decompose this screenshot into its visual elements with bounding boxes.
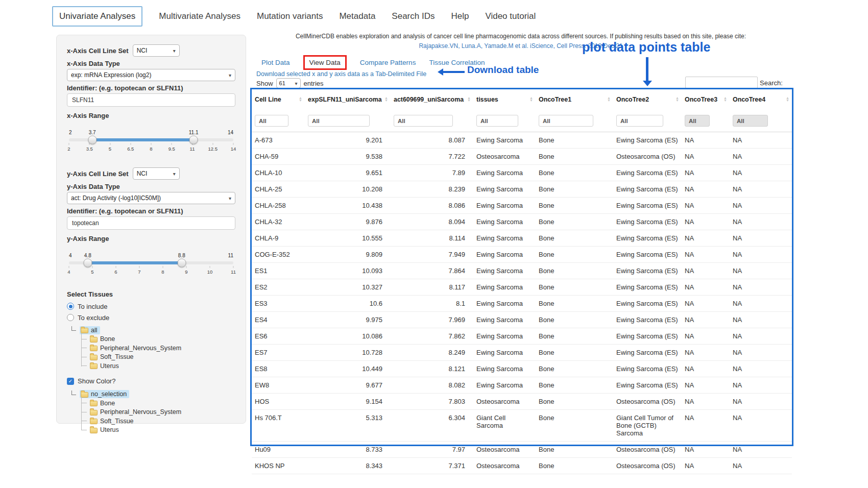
table-cell: Ewing Sarcoma (473, 165, 536, 181)
nav-tab-univariate-analyses[interactable]: Univariate Analyses (52, 6, 142, 27)
nav-tab-metadata[interactable]: Metadata (339, 7, 375, 26)
table-row[interactable]: HOS9.1547.803OsteosarcomaBoneOsteosarcom… (252, 394, 792, 410)
tree-item-soft-tissue[interactable]: Soft_Tissue (88, 353, 235, 362)
table-row[interactable]: ES610.0867.862Ewing SarcomaBoneEwing Sar… (252, 328, 792, 345)
column-header-oncotree4[interactable]: OncoTree4▲▼ (730, 89, 792, 108)
nav-tab-search-ids[interactable]: Search IDs (392, 7, 435, 26)
column-filter-act609699-unisarcoma[interactable]: All (394, 115, 453, 127)
table-cell: 6.304 (391, 410, 473, 442)
sort-icon[interactable]: ▲▼ (299, 96, 302, 102)
tree-item-uterus[interactable]: Uterus (88, 361, 235, 371)
sort-icon[interactable]: ▲▼ (467, 96, 471, 102)
x-cell-line-set-select[interactable]: NCI ▾ (133, 44, 180, 57)
sort-icon[interactable]: ▲▼ (384, 96, 388, 102)
column-header-oncotree1[interactable]: OncoTree1▲▼ (536, 89, 613, 108)
table-cell: Ewing Sarcoma (473, 198, 536, 214)
tab-compare-patterns[interactable]: Compare Patterns (360, 59, 416, 66)
table-row[interactable]: ES210.3278.117Ewing SarcomaBoneEwing Sar… (252, 279, 792, 296)
slider-track[interactable] (69, 261, 233, 264)
table-cell: Bone (536, 345, 613, 361)
sort-icon[interactable]: ▲▼ (607, 96, 611, 102)
slider-handle-low[interactable] (83, 259, 92, 267)
tree-item-label: Bone (100, 400, 115, 407)
tree-root-row[interactable]: all (71, 326, 235, 335)
table-row[interactable]: EW89.6778.082Ewing SarcomaBoneEwing Sarc… (252, 377, 792, 394)
table-cell: Bone (536, 279, 613, 296)
slider-handle-low[interactable] (88, 136, 97, 144)
sort-icon[interactable]: ▲▼ (676, 96, 679, 102)
tissue-exclude-radio[interactable]: To exclude (67, 312, 235, 323)
table-row[interactable]: ES710.7288.249Ewing SarcomaBoneEwing Sar… (252, 345, 792, 361)
slider-fill (88, 261, 182, 264)
table-row[interactable]: CHLA-2510.2088.239Ewing SarcomaBoneEwing… (252, 181, 792, 198)
sort-icon[interactable]: ▲▼ (786, 96, 789, 102)
show-color-checkbox[interactable]: ✓ Show Color? (67, 376, 235, 387)
table-row[interactable]: ES310.68.1Ewing SarcomaBoneEwing Sarcoma… (252, 296, 792, 312)
y-identifier-input[interactable]: topotecan (67, 216, 235, 230)
nav-tab-help[interactable]: Help (451, 7, 469, 26)
table-row[interactable]: Hs 706.T5.3136.304Giant Cell SarcomaBone… (252, 410, 792, 442)
y-data-type-select[interactable]: act: Drug Activity (-log10[IC50M]) ▾ (67, 192, 235, 204)
tissue-include-radio[interactable]: To include (67, 301, 235, 311)
column-filter-expslfn11-unisarcoma[interactable]: All (308, 115, 370, 127)
chevron-down-icon: ▾ (229, 196, 231, 201)
table-row[interactable]: ES110.0937.864Ewing SarcomaBoneEwing Sar… (252, 263, 792, 279)
tab-view-data[interactable]: View Data (309, 59, 341, 66)
table-cell: 10.555 (305, 230, 391, 247)
column-filter-tissues[interactable]: All (476, 115, 518, 127)
sort-icon[interactable]: ▲▼ (724, 96, 727, 102)
x-identifier-input[interactable]: SLFN11 (67, 93, 235, 107)
table-row[interactable]: CHLA-109.6517.89Ewing SarcomaBoneEwing S… (252, 165, 792, 181)
tree-branch-icon (71, 391, 76, 395)
column-filter-oncotree2[interactable]: All (616, 115, 663, 127)
entries-select[interactable]: 61 ▾ (276, 78, 301, 88)
column-header-cell-line[interactable]: Cell Line▲▼ (252, 89, 305, 108)
table-row[interactable]: KHOS NP8.3437.371OsteosarcomaBoneOsteosa… (252, 458, 792, 474)
table-row[interactable]: CHA-599.5387.722OsteosarcomaBoneOsteosar… (252, 149, 792, 165)
tree-item-uterus[interactable]: Uterus (88, 426, 235, 435)
tab-plot-data[interactable]: Plot Data (261, 59, 290, 66)
slider-tick-label: 11 (231, 269, 236, 275)
x-data-type-select[interactable]: exp: mRNA Expression (log2) ▾ (67, 69, 235, 81)
column-filter-cell-line[interactable]: All (255, 115, 288, 127)
nav-tab-multivariate-analyses[interactable]: Multivariate Analyses (159, 7, 240, 26)
column-header-oncotree3[interactable]: OncoTree3▲▼ (682, 89, 730, 108)
column-header-expslfn11-unisarcoma[interactable]: expSLFN11_uniSarcoma▲▼ (305, 89, 391, 108)
tree-item-peripheral-nervous-system[interactable]: Peripheral_Nervous_System (88, 344, 235, 353)
x-range-slider[interactable]: 2143.711.123.556.589.51112.514 (69, 130, 233, 153)
column-header-act609699-unisarcoma[interactable]: act609699_uniSarcoma▲▼ (391, 89, 473, 108)
y-cell-line-set-select[interactable]: NCI ▾ (133, 167, 180, 180)
table-cell: 8.249 (391, 345, 473, 361)
table-cell: 7.97 (391, 442, 473, 458)
download-data-link[interactable]: Download selected x and y axis data as a… (256, 70, 426, 78)
table-row[interactable]: COG-E-3529.8097.949Ewing SarcomaBoneEwin… (252, 247, 792, 263)
tree-root-row[interactable]: no_selection (71, 390, 235, 399)
tree-item-bone[interactable]: Bone (88, 335, 235, 344)
tree-item-bone[interactable]: Bone (88, 399, 235, 408)
table-row[interactable]: CHLA-329.8768.094Ewing SarcomaBoneEwing … (252, 214, 792, 230)
tree-item-soft-tissue[interactable]: Soft_Tissue (88, 417, 235, 426)
column-header-tissues[interactable]: tissues▲▼ (473, 89, 536, 108)
column-filter-oncotree3[interactable]: All (685, 115, 710, 127)
nav-tab-video-tutorial[interactable]: Video tutorial (485, 7, 536, 26)
column-header-oncotree2[interactable]: OncoTree2▲▼ (613, 89, 682, 108)
nav-tab-mutation-variants[interactable]: Mutation variants (257, 7, 323, 26)
slider-handle-high[interactable] (189, 136, 198, 144)
column-filter-oncotree4[interactable]: All (733, 115, 768, 127)
table-row[interactable]: A-6739.2018.087Ewing SarcomaBoneEwing Sa… (252, 132, 792, 149)
table-row[interactable]: CHLA-25810.4388.086Ewing SarcomaBoneEwin… (252, 198, 792, 214)
table-row[interactable]: Hu098.7337.97OsteosarcomaBoneOsteosarcom… (252, 442, 792, 458)
search-input[interactable] (685, 77, 758, 88)
column-filter-oncotree1[interactable]: All (539, 115, 593, 127)
tree-item-peripheral-nervous-system[interactable]: Peripheral_Nervous_System (88, 408, 235, 417)
table-row[interactable]: ES810.4498.121Ewing SarcomaBoneEwing Sar… (252, 361, 792, 377)
table-cell: Bone (536, 410, 613, 442)
slider-handle-high[interactable] (177, 259, 186, 267)
table-row[interactable]: CHLA-910.5558.114Ewing SarcomaBoneEwing … (252, 230, 792, 247)
slider-tick (163, 266, 163, 268)
y-range-slider[interactable]: 4114.88.84567891011 (69, 253, 233, 276)
sort-icon[interactable]: ▲▼ (529, 96, 533, 102)
slider-tick-label: 3.5 (86, 146, 93, 152)
table-row[interactable]: ES49.9757.969Ewing SarcomaBoneEwing Sarc… (252, 312, 792, 328)
table-cell: Giant Cell Sarcoma (473, 410, 536, 442)
